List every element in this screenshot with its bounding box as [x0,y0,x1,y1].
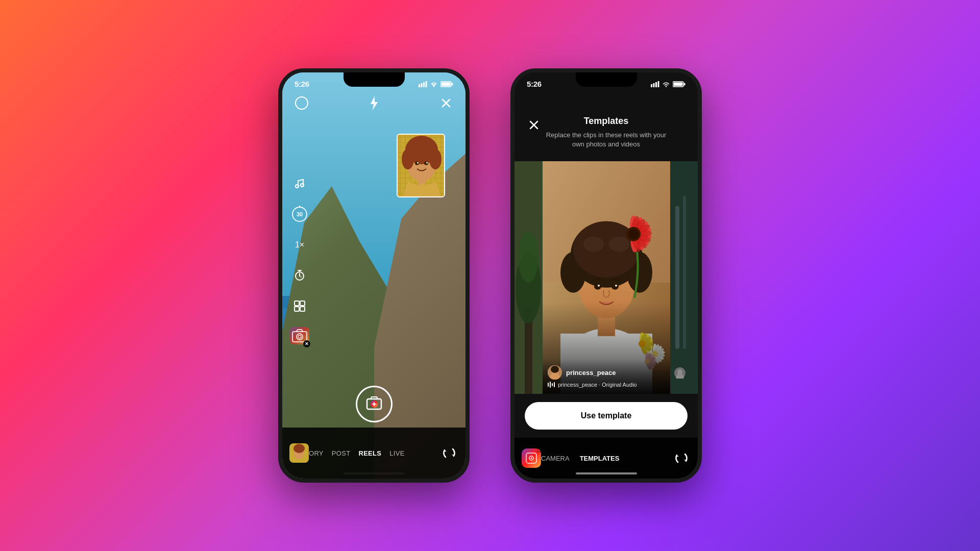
audio-bar-1 [548,383,549,387]
audio-row: princess_peace · Original Audio [548,382,665,388]
user-name: princess_peace [566,369,616,377]
close-templates-svg [529,120,538,130]
home-indicator-templates [576,472,637,474]
svg-point-28 [417,162,419,164]
flip-svg [443,447,456,459]
nav-post[interactable]: POST [332,449,351,457]
templates-carousel[interactable]: princess_peace princess_peace · Original… [514,161,698,394]
camera-x-badge: ✕ [303,340,310,347]
close-icon-camera[interactable] [437,94,455,112]
close-svg [442,98,451,108]
svg-point-25 [429,149,442,169]
timer-30-icon[interactable]: 30 [290,205,309,223]
svg-rect-47 [684,83,685,85]
audio-bar-2 [550,382,551,388]
audio-bars-icon [548,382,555,388]
nav-templates[interactable]: TEMPLATES [580,455,620,462]
templates-title: Templates [525,116,688,127]
svg-rect-16 [300,307,305,311]
reels-shutter-svg [362,392,386,416]
templates-subtitle: Replace the clips in these reels with yo… [525,131,688,149]
reels-icon-svg [526,453,537,464]
status-time-templates: 5:26 [527,80,542,88]
audio-bar-3 [552,383,553,386]
camera-off-icon[interactable]: ✕ [290,328,309,346]
camera-bottom-nav: ORY POST REELS LIVE [282,428,465,479]
svg-rect-13 [295,301,299,306]
flip-templates-svg [675,452,688,464]
gallery-thumb-svg [289,443,309,463]
nav-camera-templates[interactable]: CAMERA [541,455,570,462]
svg-point-29 [426,162,428,164]
user-avatar [548,365,562,380]
nav-live[interactable]: LIVE [389,449,404,457]
wifi-icon [430,81,438,87]
svg-rect-3 [426,81,427,87]
status-icons-templates [651,81,685,87]
layout-svg [293,300,306,312]
svg-rect-43 [655,82,657,87]
svg-rect-14 [300,301,305,306]
wifi-icon-t [662,81,670,87]
audio-bar-4 [554,382,555,387]
svg-point-45 [666,86,667,87]
avatar-svg [548,365,562,380]
svg-rect-126 [683,196,686,349]
layout-icon[interactable] [290,297,309,315]
circle-mode-icon[interactable] [292,94,311,112]
card-user-row: princess_peace [548,365,665,380]
right-card-svg [670,161,698,394]
music-svg [294,178,305,189]
music-icon[interactable] [290,174,309,193]
svg-rect-0 [419,84,420,87]
circle-icon-inner [295,96,308,110]
svg-point-40 [293,444,305,453]
battery-icon [440,81,453,87]
countdown-icon[interactable] [290,266,309,285]
gallery-thumbnail[interactable] [289,443,309,463]
selfie-person-svg [398,135,445,197]
flash-svg [370,96,379,110]
svg-point-54 [518,232,538,283]
selfie-thumbnail [397,134,445,197]
status-bar-camera: 5:26 [282,72,465,90]
svg-point-24 [402,149,414,169]
speed-icon[interactable]: 1× [290,236,309,254]
right-card-content [670,161,698,394]
flip-camera-templates-button[interactable] [672,449,691,467]
svg-rect-42 [653,83,655,87]
countdown-svg [293,269,306,282]
svg-point-27 [424,162,428,165]
status-icons-camera [419,81,453,87]
speed-value: 1× [295,240,304,249]
status-time-camera: 5:26 [295,80,309,88]
svg-rect-125 [675,206,679,349]
reels-icon-templates[interactable] [522,448,541,468]
svg-point-11 [301,184,304,187]
svg-point-26 [415,162,419,165]
camera-nav-items: ORY POST REELS LIVE [309,449,440,457]
card-user-info: princess_peace princess_peace · Original… [543,359,670,394]
use-template-button[interactable]: Use template [525,402,688,430]
phone-templates: 5:26 [510,68,702,483]
close-templates-button[interactable] [525,116,543,134]
nav-story[interactable]: ORY [309,449,324,457]
timer-value: 30 [292,207,307,222]
flip-camera-button[interactable] [440,444,458,462]
signal-icon-t [651,81,659,87]
left-card-content [514,161,543,394]
notification-dot [537,448,541,452]
flash-icon[interactable] [365,94,383,112]
svg-point-4 [433,86,434,87]
svg-rect-44 [658,81,659,87]
battery-icon-t [673,81,685,87]
svg-rect-48 [674,82,683,86]
template-card-center[interactable]: princess_peace princess_peace · Original… [543,161,670,394]
svg-point-10 [296,185,299,188]
camera-top-bar [282,94,465,112]
left-card-svg [514,161,543,394]
nav-reels[interactable]: REELS [358,449,381,457]
svg-point-18 [297,334,303,340]
shutter-button[interactable] [356,386,393,422]
svg-rect-41 [651,84,652,87]
